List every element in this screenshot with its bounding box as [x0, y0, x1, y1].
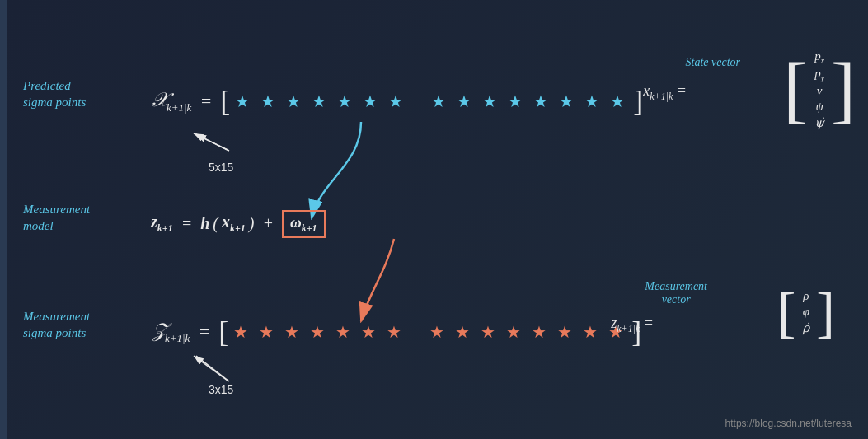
predicted-label-line1: Predicted: [23, 78, 86, 95]
state-vector-label: State vector: [686, 56, 740, 69]
state-row-py: py: [814, 67, 824, 82]
measurement-vector-matrix: [ ρ φ ρ̇ ]: [777, 284, 835, 340]
svg-line-7: [194, 356, 228, 381]
meas-model-h: h: [200, 214, 209, 233]
meas-sigma-stars-second: ★ ★ ★ ★ ★ ★ ★ ★: [429, 322, 626, 342]
state-vector-matrix: [ px py v ψ ψ̇ ]: [783, 45, 856, 134]
meas-model-eq-sign: =: [181, 214, 193, 233]
meas-row-rho: ρ: [803, 289, 810, 303]
state-vector-eq: xk+1|k =: [643, 82, 687, 103]
predicted-eq: =: [199, 91, 212, 112]
left-border: [0, 0, 7, 439]
content-area: Predicted sigma points 𝒳k+1|k = [ ★ ★ ★ …: [7, 0, 868, 439]
section-measurement-model-label: Measurement model: [23, 202, 90, 234]
measurement-model-label-line2: model: [23, 218, 90, 235]
measurement-vector-eq: zk+1|k =: [611, 315, 654, 335]
predicted-stars-second: ★ ★ ★ ★ ★ ★ ★ ★: [431, 91, 628, 111]
predicted-close-bracket: ]: [633, 86, 643, 116]
omega-box: ωk+1: [282, 210, 326, 238]
meas-row-phi: φ: [803, 305, 810, 319]
predicted-stars-first: ★ ★ ★ ★ ★ ★ ★: [235, 91, 406, 111]
measurement-sigma-label-line2: sigma points: [23, 325, 90, 342]
state-row-psi: ψ: [814, 100, 824, 114]
state-row-psidot: ψ̇: [814, 115, 824, 130]
svg-line-3: [196, 356, 229, 381]
meas-model-paren: (: [213, 214, 218, 233]
meas-model-lhs: zk+1: [151, 212, 173, 235]
state-matrix-close: ]: [831, 53, 856, 127]
meas-sigma-open-bracket: [: [218, 317, 228, 347]
dim-label-predicted: 5x15: [209, 161, 233, 174]
meas-matrix-close: ]: [816, 284, 835, 340]
measurement-model-label-line1: Measurement: [23, 202, 90, 218]
svg-line-2: [196, 134, 229, 151]
meas-sigma-lhs: 𝒵k+1|k: [151, 320, 190, 345]
predicted-open-bracket: [: [220, 86, 230, 116]
measurement-vector-label-text: Measurementvector: [645, 280, 707, 306]
formula-measurement-model: zk+1 = h ( xk+1 ) + ωk+1: [151, 210, 326, 238]
section-measurement-sigma-label: Measurement sigma points: [23, 309, 90, 341]
source-label: https://blog.csdn.net/luteresa: [725, 418, 852, 429]
meas-model-x: xk+1: [222, 212, 246, 235]
meas-model-plus: +: [262, 214, 274, 233]
meas-sigma-eq: =: [198, 321, 210, 343]
state-row-v: v: [814, 84, 824, 98]
state-matrix-content: px py v ψ ψ̇: [808, 45, 831, 134]
state-row-px: px: [814, 49, 824, 65]
meas-model-close-paren: ): [249, 214, 255, 233]
state-matrix-open: [: [783, 53, 808, 127]
predicted-label-line2: sigma points: [23, 95, 86, 111]
svg-line-6: [194, 133, 228, 150]
meas-matrix-content: ρ φ ρ̇: [796, 287, 817, 338]
formula-predicted: 𝒳k+1|k = [ ★ ★ ★ ★ ★ ★ ★ ★ ★ ★ ★ ★ ★ ★ ★…: [151, 86, 643, 116]
measurement-sigma-label-line1: Measurement: [23, 309, 90, 325]
predicted-lhs: 𝒳k+1|k: [151, 89, 191, 114]
dim-label-sigma: 3x15: [209, 383, 233, 396]
main-container: Predicted sigma points 𝒳k+1|k = [ ★ ★ ★ …: [0, 0, 868, 439]
measurement-vector-label: Measurementvector: [645, 280, 707, 306]
meas-sigma-stars-first: ★ ★ ★ ★ ★ ★ ★: [233, 322, 405, 342]
section-predicted-label: Predicted sigma points: [23, 78, 86, 110]
meas-matrix-open: [: [777, 284, 796, 340]
meas-row-rhodot: ρ̇: [803, 320, 810, 335]
formula-measurement-sigma: 𝒵k+1|k = [ ★ ★ ★ ★ ★ ★ ★ ★ ★ ★ ★ ★ ★ ★ ★…: [151, 317, 641, 347]
